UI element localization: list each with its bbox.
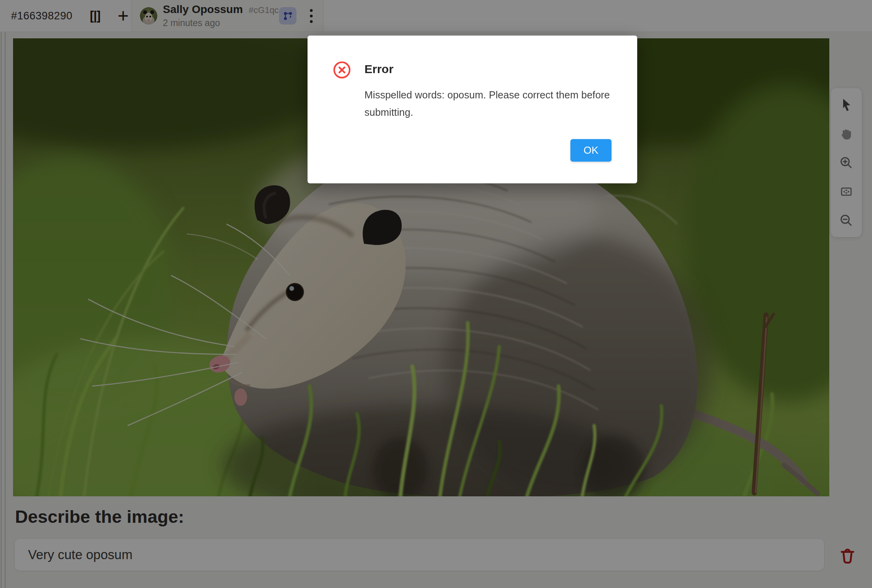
error-modal-title: Error bbox=[364, 62, 393, 76]
error-modal: Error Misspelled words: oposum. Please c… bbox=[308, 36, 637, 183]
error-modal-message: Misspelled words: oposum. Please correct… bbox=[364, 86, 612, 121]
label-studio-page: #166398290 [|] + bbox=[0, 0, 872, 588]
ok-button[interactable]: OK bbox=[570, 139, 612, 162]
error-circle-x-icon bbox=[333, 61, 351, 79]
